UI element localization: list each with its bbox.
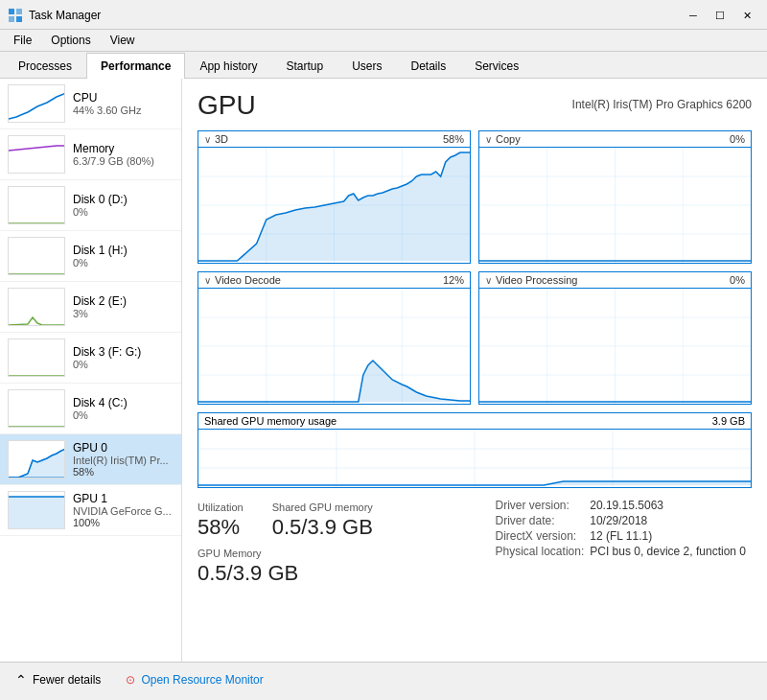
menu-bar: File Options View — [0, 30, 767, 52]
chart-videoprocessing-body — [479, 289, 751, 404]
menu-options[interactable]: Options — [43, 32, 98, 49]
stats-row-top: Utilization 58% Shared GPU memory 0.5/3.… — [198, 498, 373, 540]
chart-videodecode-label: Video Decode — [215, 274, 281, 286]
disk2-info: Disk 2 (E:) 3% — [73, 294, 174, 319]
chart-videoprocessing-label: Video Processing — [496, 274, 577, 286]
minimize-button[interactable]: ─ — [681, 6, 706, 25]
disk1-name: Disk 1 (H:) — [73, 244, 174, 257]
gpu-header: GPU Intel(R) Iris(TM) Pro Graphics 6200 — [198, 90, 752, 121]
sidebar-item-gpu1[interactable]: GPU 1 NVIDIA GeForce G... 100% — [0, 485, 181, 536]
svg-rect-0 — [9, 9, 14, 14]
maximize-button[interactable]: ☐ — [708, 6, 732, 25]
stats-driver-row: Utilization 58% Shared GPU memory 0.5/3.… — [198, 498, 752, 586]
menu-file[interactable]: File — [6, 32, 39, 49]
disk1-detail: 0% — [73, 257, 174, 268]
chart-copy-arrow[interactable]: ∨ — [485, 134, 492, 145]
chart-3d-body — [198, 148, 470, 263]
memory-mini-chart — [8, 135, 65, 174]
disk2-mini-chart — [8, 288, 65, 326]
gpumemory-stat: GPU Memory 0.5/3.9 GB — [198, 548, 373, 586]
menu-view[interactable]: View — [103, 32, 143, 49]
fewer-details-button[interactable]: ⌃ Fewer details — [10, 668, 106, 691]
gpu1-value: 100% — [73, 517, 174, 528]
disk3-info: Disk 3 (F: G:) 0% — [73, 345, 174, 370]
sidebar-item-memory[interactable]: Memory 6.3/7.9 GB (80%) — [0, 129, 181, 180]
tab-details[interactable]: Details — [396, 53, 460, 79]
svg-rect-1 — [16, 9, 22, 14]
close-button[interactable]: ✕ — [734, 6, 759, 25]
sidebar-item-disk0[interactable]: Disk 0 (D:) 0% — [0, 180, 181, 231]
shared-memory-header: Shared GPU memory usage 3.9 GB — [198, 413, 751, 430]
sharedgpu-stat: Shared GPU memory 0.5/3.9 GB — [272, 502, 373, 540]
disk4-info: Disk 4 (C:) 0% — [73, 396, 174, 421]
gpu0-name: GPU 0 — [73, 441, 174, 455]
driver-directx-label: DirectX version: — [496, 528, 591, 544]
cpu-mini-chart — [8, 84, 65, 123]
gpu-model: Intel(R) Iris(TM) Pro Graphics 6200 — [572, 98, 752, 111]
driver-date-label: Driver date: — [496, 513, 591, 528]
sidebar-item-gpu0[interactable]: GPU 0 Intel(R) Iris(TM) Pr... 58% — [0, 434, 181, 485]
chart-3d-arrow[interactable]: ∨ — [204, 134, 211, 145]
driver-table: Driver version: 20.19.15.5063 Driver dat… — [496, 498, 752, 559]
tab-bar: Processes Performance App history Startu… — [0, 52, 767, 79]
open-resource-monitor-button[interactable]: ⊙ Open Resource Monitor — [120, 669, 268, 690]
chart-videoprocessing-header: ∨ Video Processing 0% — [479, 272, 751, 289]
disk3-mini-chart — [8, 338, 65, 377]
disk1-mini-chart — [8, 237, 65, 275]
gpu0-subname: Intel(R) Iris(TM) Pr... — [73, 455, 174, 466]
disk4-detail: 0% — [73, 409, 174, 421]
sharedgpu-value: 0.5/3.9 GB — [272, 515, 373, 540]
gpu0-value: 58% — [73, 466, 174, 478]
chart-videodecode-arrow[interactable]: ∨ — [204, 275, 211, 286]
tab-users[interactable]: Users — [337, 53, 396, 79]
fewer-details-label: Fewer details — [33, 673, 101, 687]
utilization-value: 58% — [198, 515, 244, 540]
shared-memory-label: Shared GPU memory usage — [204, 415, 337, 427]
sidebar-item-disk3[interactable]: Disk 3 (F: G:) 0% — [0, 333, 181, 384]
tab-processes[interactable]: Processes — [4, 53, 86, 79]
tab-apphistory[interactable]: App history — [185, 53, 271, 79]
tab-performance[interactable]: Performance — [86, 53, 185, 79]
memory-name: Memory — [73, 142, 174, 155]
chart-videoprocessing-arrow[interactable]: ∨ — [485, 275, 492, 286]
chart-3d: ∨ 3D 58% — [198, 130, 471, 264]
sidebar-item-disk1[interactable]: Disk 1 (H:) 0% — [0, 231, 181, 282]
driver-version-label: Driver version: — [496, 498, 591, 513]
sidebar-item-disk2[interactable]: Disk 2 (E:) 3% — [0, 282, 181, 333]
sidebar: CPU 44% 3.60 GHz Memory 6.3/7.9 GB (80%) — [0, 79, 182, 662]
svg-marker-5 — [9, 497, 65, 528]
tab-startup[interactable]: Startup — [271, 53, 337, 79]
driver-version-value: 20.19.15.5063 — [590, 498, 752, 513]
chart-3d-label: 3D — [215, 133, 228, 145]
app-icon — [8, 8, 23, 23]
bottom-bar: ⌃ Fewer details ⊙ Open Resource Monitor — [0, 662, 767, 696]
disk0-info: Disk 0 (D:) 0% — [73, 193, 174, 218]
window-controls[interactable]: ─ ☐ ✕ — [681, 6, 759, 25]
disk3-name: Disk 3 (F: G:) — [73, 345, 174, 359]
chart-videodecode: ∨ Video Decode 12% — [198, 271, 471, 405]
chart-copy-value: 0% — [730, 133, 745, 145]
gpu1-subname: NVIDIA GeForce G... — [73, 505, 174, 517]
disk0-detail: 0% — [73, 206, 174, 218]
driver-location-label: Physical location: — [496, 544, 591, 559]
chart-copy: ∨ Copy 0% — [478, 130, 752, 264]
cpu-info: CPU 44% 3.60 GHz — [73, 91, 174, 116]
tab-services[interactable]: Services — [460, 53, 533, 79]
chart-3d-value: 58% — [443, 133, 464, 145]
disk4-name: Disk 4 (C:) — [73, 396, 174, 409]
disk2-name: Disk 2 (E:) — [73, 294, 174, 308]
driver-location-value: PCI bus 0, device 2, function 0 — [590, 544, 752, 559]
shared-memory-panel: Shared GPU memory usage 3.9 GB — [198, 412, 752, 488]
gpu0-info: GPU 0 Intel(R) Iris(TM) Pr... 58% — [73, 441, 174, 478]
sharedgpu-label: Shared GPU memory — [272, 502, 373, 513]
stats-section: Utilization 58% Shared GPU memory 0.5/3.… — [198, 498, 373, 586]
sidebar-item-cpu[interactable]: CPU 44% 3.60 GHz — [0, 79, 181, 129]
sidebar-item-disk4[interactable]: Disk 4 (C:) 0% — [0, 384, 181, 434]
chart-videoprocessing-value: 0% — [730, 274, 745, 286]
chart-videodecode-value: 12% — [443, 274, 464, 286]
chart-copy-header: ∨ Copy 0% — [479, 131, 751, 148]
window-title: Task Manager — [29, 9, 101, 22]
chart-copy-body — [479, 148, 751, 263]
title-bar: Task Manager ─ ☐ ✕ — [0, 0, 767, 30]
utilization-label: Utilization — [198, 502, 244, 513]
